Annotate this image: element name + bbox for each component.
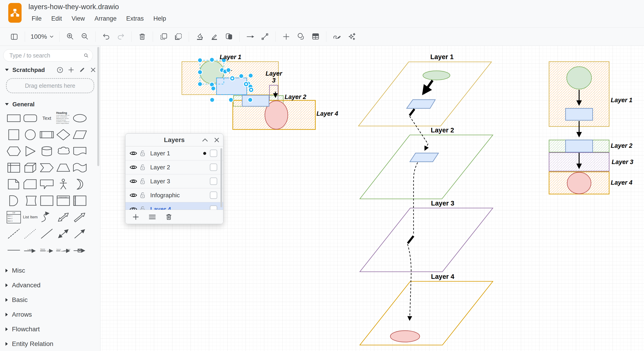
shape-text[interactable]: Text bbox=[38, 111, 55, 125]
layer-name[interactable]: Layer 4 bbox=[150, 206, 210, 210]
shadow-button[interactable] bbox=[222, 30, 236, 43]
scratchpad-header[interactable]: Scratchpad ? bbox=[0, 65, 100, 74]
scratchpad-close-icon[interactable] bbox=[90, 67, 96, 73]
layer-menu-icon[interactable] bbox=[148, 214, 156, 220]
layer-name[interactable]: Layer 1 bbox=[150, 150, 203, 157]
shape-document[interactable] bbox=[72, 144, 88, 158]
layer-row-layer2[interactable]: Layer 2 bbox=[126, 160, 223, 174]
to-back-button[interactable] bbox=[171, 30, 186, 43]
search-icon[interactable] bbox=[84, 52, 88, 59]
shape-curve[interactable] bbox=[38, 210, 55, 224]
shape-list[interactable]: ListItem 1Item 2Item 3 bbox=[6, 210, 22, 224]
shape-ellipse[interactable] bbox=[72, 111, 88, 125]
menu-extras[interactable]: Extras bbox=[126, 15, 144, 22]
shape-rectangle[interactable] bbox=[6, 111, 22, 125]
scratchpad-add-icon[interactable] bbox=[68, 67, 74, 73]
visibility-eye-icon[interactable] bbox=[130, 193, 137, 198]
shape-link[interactable] bbox=[6, 243, 22, 257]
layer-name[interactable]: Infographic bbox=[150, 192, 210, 199]
shape-container[interactable] bbox=[38, 194, 55, 208]
unlock-icon[interactable] bbox=[140, 164, 146, 171]
search-input[interactable] bbox=[9, 52, 84, 59]
insert-table-button[interactable] bbox=[308, 30, 323, 43]
shape-or[interactable] bbox=[72, 177, 88, 191]
connection-arrow-button[interactable] bbox=[243, 30, 258, 43]
menu-edit[interactable]: Edit bbox=[51, 15, 62, 22]
to-front-button[interactable] bbox=[156, 30, 171, 43]
shape-cylinder[interactable] bbox=[38, 144, 55, 158]
shape-bidirectional-connector[interactable] bbox=[55, 227, 72, 241]
layer-row-layer4[interactable]: Layer 4 bbox=[126, 202, 223, 210]
shape-process[interactable] bbox=[38, 128, 55, 142]
insert-shape-button[interactable] bbox=[294, 30, 308, 43]
shape-triangle[interactable] bbox=[22, 144, 38, 158]
general-section-header[interactable]: General bbox=[0, 100, 100, 109]
shape-square[interactable] bbox=[6, 128, 22, 142]
menu-file[interactable]: File bbox=[32, 15, 42, 22]
shape-circle[interactable] bbox=[22, 128, 38, 142]
collapse-dialog-icon[interactable] bbox=[202, 138, 208, 142]
unlock-icon[interactable] bbox=[140, 150, 146, 157]
undo-button[interactable] bbox=[99, 30, 114, 43]
menu-arrange[interactable]: Arrange bbox=[94, 15, 116, 22]
shape-dashed-line[interactable] bbox=[6, 227, 22, 241]
redo-button[interactable] bbox=[114, 30, 128, 43]
toggle-panel-button[interactable] bbox=[7, 30, 22, 43]
shape-arrow-source-label[interactable]: SourceLabel bbox=[38, 243, 55, 257]
layer-name[interactable]: Layer 2 bbox=[150, 164, 210, 171]
sidebar-section-basic[interactable]: Basic bbox=[0, 293, 100, 307]
layer-row-layer3[interactable]: Layer 3 bbox=[126, 174, 223, 188]
menu-view[interactable]: View bbox=[72, 15, 85, 22]
shape-data-storage[interactable] bbox=[22, 194, 38, 208]
shape-line[interactable] bbox=[38, 227, 55, 241]
sidebar-scrollbar[interactable] bbox=[97, 47, 99, 166]
fill-color-button[interactable] bbox=[192, 30, 207, 43]
shape-parallelogram[interactable] bbox=[72, 128, 88, 142]
visibility-eye-icon[interactable] bbox=[130, 151, 137, 156]
menu-help[interactable]: Help bbox=[154, 15, 166, 22]
shape-tape[interactable] bbox=[72, 161, 88, 175]
zoom-out-button[interactable] bbox=[78, 30, 92, 43]
help-icon[interactable]: ? bbox=[57, 67, 63, 73]
shape-dotted-line[interactable] bbox=[22, 227, 38, 241]
close-dialog-icon[interactable] bbox=[214, 137, 220, 143]
shape-callout[interactable] bbox=[38, 177, 55, 191]
sidebar-section-advanced[interactable]: Advanced bbox=[0, 278, 100, 293]
layers-dialog-header[interactable]: Layers bbox=[126, 134, 223, 146]
shape-directional-connector[interactable] bbox=[72, 227, 88, 241]
delete-layer-icon[interactable] bbox=[165, 213, 172, 221]
shape-horizontal-container[interactable]: Horizontal Container bbox=[72, 194, 88, 208]
freehand-button[interactable] bbox=[330, 30, 344, 43]
sparkle-ai-button[interactable] bbox=[344, 30, 359, 43]
line-color-button[interactable] bbox=[207, 30, 222, 43]
shape-card[interactable] bbox=[22, 177, 38, 191]
shape-arrow-with-icon[interactable] bbox=[72, 243, 88, 257]
layer-checkbox[interactable] bbox=[210, 178, 217, 185]
layer-checkbox[interactable] bbox=[210, 206, 217, 210]
shape-textbox[interactable]: HeadingLorem ipsum dolor sit amet, conse… bbox=[55, 111, 72, 125]
scratchpad-edit-icon[interactable] bbox=[79, 67, 85, 73]
layer-name[interactable]: Layer 3 bbox=[150, 178, 210, 185]
shape-actor[interactable] bbox=[55, 177, 72, 191]
insert-button[interactable] bbox=[279, 30, 294, 43]
layers-scrollbar[interactable] bbox=[220, 148, 222, 207]
visibility-eye-icon[interactable] bbox=[130, 165, 137, 170]
sidebar-section-misc[interactable]: Misc bbox=[0, 263, 100, 278]
shape-internal-storage[interactable] bbox=[6, 161, 22, 175]
zoom-in-button[interactable] bbox=[63, 30, 78, 43]
sidebar-section-entity-relation[interactable]: Entity Relation bbox=[0, 337, 100, 351]
layer-checkbox[interactable] bbox=[210, 150, 217, 157]
add-layer-icon[interactable] bbox=[132, 214, 139, 220]
shape-arrow-source-label-target[interactable]: SourceLabelTarget bbox=[55, 243, 72, 257]
shape-vertical-container[interactable]: Vertical Container bbox=[55, 194, 72, 208]
shape-arrow[interactable] bbox=[72, 210, 88, 224]
shape-diamond[interactable] bbox=[55, 128, 72, 142]
shape-rounded-rectangle[interactable] bbox=[22, 111, 38, 125]
visibility-eye-icon[interactable] bbox=[130, 207, 137, 210]
unlock-icon[interactable] bbox=[140, 178, 146, 185]
unlock-icon[interactable] bbox=[140, 192, 146, 199]
scratchpad-drop-zone[interactable]: Drag elements here bbox=[6, 78, 94, 93]
shape-bidirectional-arrow[interactable] bbox=[55, 210, 72, 224]
sidebar-section-flowchart[interactable]: Flowchart bbox=[0, 322, 100, 337]
layer-row-infographic[interactable]: Infographic bbox=[126, 188, 223, 202]
